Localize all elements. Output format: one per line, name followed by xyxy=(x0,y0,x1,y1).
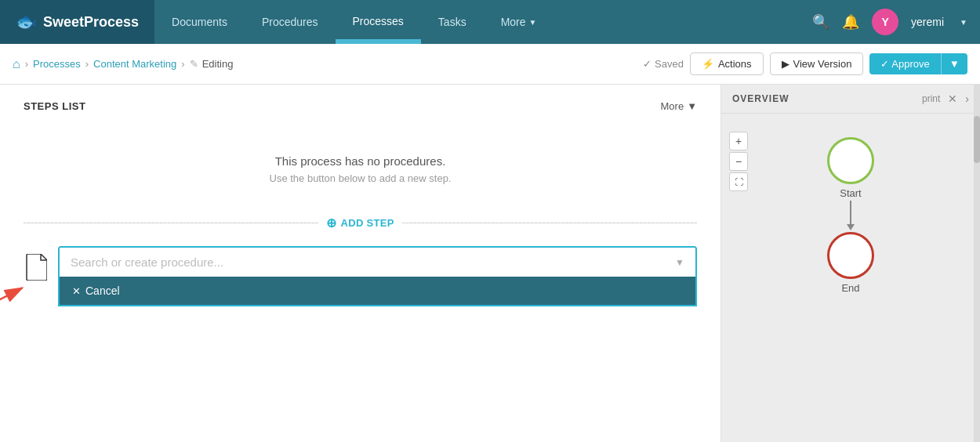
start-node xyxy=(827,137,874,184)
arrow-line xyxy=(850,201,851,224)
zoom-in-button[interactable]: + xyxy=(729,132,748,150)
fit-view-button[interactable]: ⛶ xyxy=(729,172,748,191)
actions-button[interactable]: ⚡ Actions xyxy=(690,53,764,75)
logo-text: SweetProcess xyxy=(43,14,139,31)
breadcrumb-content-marketing[interactable]: Content Marketing xyxy=(93,58,176,70)
overview-expand-icon[interactable]: › xyxy=(965,92,969,105)
notifications-icon[interactable]: 🔔 xyxy=(842,13,859,31)
main-content: STEPS LIST More ▼ This process has no pr… xyxy=(0,85,980,442)
breadcrumb-sep-3: › xyxy=(181,58,184,70)
breadcrumb-left: ⌂ › Processes › Content Marketing › ✎ Ed… xyxy=(13,57,233,71)
empty-main-text: This process has no procedures. xyxy=(24,154,697,168)
cancel-x-icon: ✕ xyxy=(72,285,81,297)
overview-print-button[interactable]: print xyxy=(922,93,940,104)
overview-actions: print ✕ › xyxy=(922,92,969,105)
check-icon: ✓ xyxy=(643,58,652,70)
user-name[interactable]: yeremi xyxy=(911,16,944,28)
add-step-line-right xyxy=(402,223,697,223)
nav-right: 🔍 🔔 Y yeremi ▼ xyxy=(812,9,980,35)
overview-zoom-controls: + − ⛶ xyxy=(729,132,748,191)
procedure-input-wrapper: Search or create procedure... ▼ ✕ Cancel xyxy=(58,246,697,306)
approve-button[interactable]: ✓ Approve xyxy=(869,53,940,74)
view-version-button[interactable]: ▶ View Version xyxy=(770,53,864,75)
search-icon[interactable]: 🔍 xyxy=(812,13,829,31)
overview-title: OVERVIEW xyxy=(732,93,789,104)
flow-arrow xyxy=(847,201,855,230)
left-panel: STEPS LIST More ▼ This process has no pr… xyxy=(0,85,721,442)
right-panel: OVERVIEW print ✕ › + − ⛶ Start End xyxy=(721,85,980,442)
logo-area[interactable]: 🐟 SweetProcess xyxy=(0,0,154,44)
procedure-dropdown: Search or create procedure... ▼ ✕ Cancel xyxy=(58,246,697,306)
logo-icon: 🐟 xyxy=(16,12,37,32)
zoom-out-button[interactable]: − xyxy=(729,152,748,171)
add-step-divider: ⊕ ADD STEP xyxy=(24,216,697,230)
arrow-head-icon xyxy=(847,224,855,230)
more-chevron-icon: ▼ xyxy=(529,18,537,27)
nav-item-documents[interactable]: Documents xyxy=(154,0,245,44)
steps-more-button[interactable]: More ▼ xyxy=(661,100,698,112)
breadcrumb-right: ✓ Saved ⚡ Actions ▶ View Version ✓ Appro… xyxy=(643,53,967,75)
saved-status: ✓ Saved xyxy=(643,58,684,70)
empty-state: This process has no procedures. Use the … xyxy=(24,131,697,203)
lightning-icon: ⚡ xyxy=(702,58,714,70)
end-node xyxy=(827,232,874,279)
approve-chevron-icon: ▼ xyxy=(949,58,960,70)
red-arrow-indicator xyxy=(0,274,31,313)
nav-item-more[interactable]: More ▼ xyxy=(484,0,554,44)
avatar[interactable]: Y xyxy=(872,9,898,35)
add-step-button[interactable]: ⊕ ADD STEP xyxy=(326,216,394,230)
procedure-row: Search or create procedure... ▼ ✕ Cancel xyxy=(24,246,697,306)
end-label: End xyxy=(841,282,859,294)
home-icon[interactable]: ⌂ xyxy=(13,57,20,71)
cancel-bar[interactable]: ✕ Cancel xyxy=(60,277,695,305)
flow-diagram: Start End xyxy=(721,114,980,317)
svg-line-1 xyxy=(0,288,22,310)
play-icon: ▶ xyxy=(782,58,789,70)
breadcrumb-processes[interactable]: Processes xyxy=(33,58,81,70)
procedure-search-input[interactable]: Search or create procedure... ▼ xyxy=(60,248,695,277)
add-step-line-left xyxy=(24,223,318,223)
scrollbar-thumb xyxy=(974,116,980,163)
add-step-plus-icon: ⊕ xyxy=(326,216,336,230)
empty-sub-text: Use the button below to add a new step. xyxy=(24,172,697,184)
breadcrumb-editing: ✎ Editing xyxy=(190,58,234,70)
start-label: Start xyxy=(840,187,861,199)
nav-items: Documents Procedures Processes Tasks Mor… xyxy=(154,0,812,44)
overview-close-icon[interactable]: ✕ xyxy=(948,92,957,105)
procedure-placeholder: Search or create procedure... xyxy=(71,255,223,269)
steps-title: STEPS LIST xyxy=(24,100,85,112)
breadcrumb-bar: ⌂ › Processes › Content Marketing › ✎ Ed… xyxy=(0,44,980,85)
approve-group: ✓ Approve ▼ xyxy=(869,53,967,74)
breadcrumb-sep-2: › xyxy=(85,58,89,70)
nav-item-tasks[interactable]: Tasks xyxy=(421,0,484,44)
top-navigation: 🐟 SweetProcess Documents Procedures Proc… xyxy=(0,0,980,44)
start-node-wrapper: Start xyxy=(827,137,874,199)
nav-item-processes[interactable]: Processes xyxy=(336,0,421,44)
overview-header: OVERVIEW print ✕ › xyxy=(721,85,980,114)
nav-item-procedures[interactable]: Procedures xyxy=(245,0,336,44)
breadcrumb-sep-1: › xyxy=(25,58,28,70)
approve-dropdown-button[interactable]: ▼ xyxy=(941,53,967,74)
steps-header: STEPS LIST More ▼ xyxy=(24,100,697,112)
cancel-label: Cancel xyxy=(85,284,120,297)
procedure-caret-icon: ▼ xyxy=(675,257,684,268)
user-chevron-icon: ▼ xyxy=(960,18,967,27)
edit-icon: ✎ xyxy=(190,58,198,70)
steps-more-chevron-icon: ▼ xyxy=(687,100,697,112)
end-node-wrapper: End xyxy=(827,232,874,294)
right-scrollbar[interactable] xyxy=(974,85,980,442)
